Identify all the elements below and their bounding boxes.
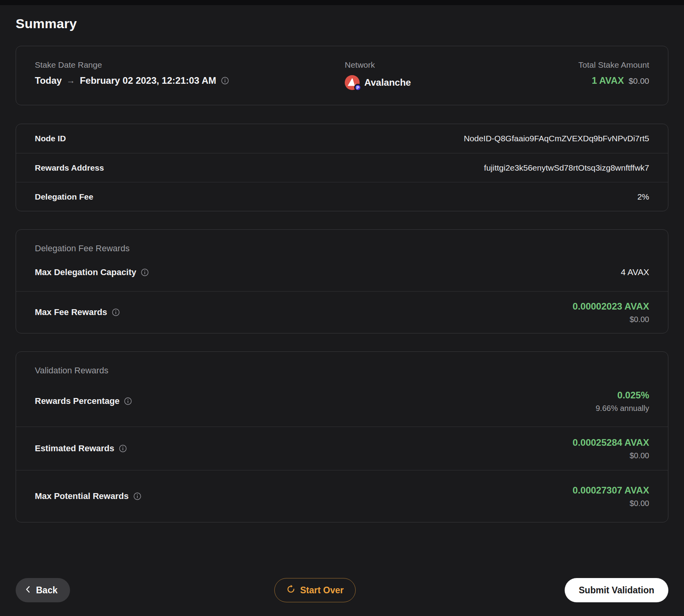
estimated-rewards-label: Estimated Rewards	[35, 443, 114, 454]
row-rewards-percentage: Rewards Percentage 0.025% 9.66% annually	[35, 376, 649, 427]
row-max-fee-rewards: Max Fee Rewards 0.00002023 AVAX $0.00	[35, 292, 649, 333]
row-max-delegation-capacity: Max Delegation Capacity 4 AVAX	[35, 254, 649, 291]
table-row-node-id: Node ID NodeID-Q8Gfaaio9FAqCmZVEXDq9bFvN…	[16, 124, 668, 153]
row-estimated-rewards: Estimated Rewards 0.00025284 AVAX $0.00	[35, 427, 649, 470]
top-edge-bar	[0, 0, 684, 5]
overview-card: Stake Date Range Today → February 02 202…	[16, 46, 668, 105]
max-fee-rewards-value: 0.00002023 AVAX	[572, 301, 649, 312]
node-id-label: Node ID	[35, 134, 66, 143]
rewards-percentage-label: Rewards Percentage	[35, 396, 119, 406]
submit-validation-button-label: Submit Validation	[579, 585, 654, 596]
node-id-value: NodeID-Q8Gfaaio9FAqCmZVEXDq9bFvNPvDi7rt5	[464, 134, 649, 143]
max-fee-rewards-usd: $0.00	[630, 315, 649, 324]
network-block: Network P Avalanche	[345, 60, 578, 90]
total-stake-label: Total Stake Amount	[578, 60, 649, 70]
page-title: Summary	[16, 16, 668, 31]
network-label: Network	[345, 60, 578, 70]
table-row-rewards-address: Rewards Address fujittgi2e3k56enytwSd78r…	[16, 153, 668, 182]
delegation-fee-rewards-card: Delegation Fee Rewards Max Delegation Ca…	[16, 229, 668, 333]
delegation-fee-value: 2%	[637, 192, 649, 202]
max-potential-rewards-info-icon[interactable]	[133, 492, 141, 500]
rewards-percentage-info-icon[interactable]	[124, 397, 132, 405]
refresh-icon	[286, 585, 295, 596]
back-button[interactable]: Back	[16, 578, 70, 602]
stake-date-info-icon[interactable]	[221, 77, 229, 85]
total-stake-usd: $0.00	[628, 76, 649, 86]
estimated-rewards-value: 0.00025284 AVAX	[572, 437, 649, 448]
arrow-right-icon: →	[67, 76, 75, 86]
validation-rewards-card: Validation Rewards Rewards Percentage 0.…	[16, 351, 668, 522]
delegation-fee-rewards-title: Delegation Fee Rewards	[35, 230, 649, 254]
stake-date-from: Today	[35, 75, 62, 86]
back-button-label: Back	[36, 585, 58, 596]
max-delegation-capacity-label: Max Delegation Capacity	[35, 267, 136, 277]
table-row-delegation-fee: Delegation Fee 2%	[16, 182, 668, 211]
stake-date-range-block: Stake Date Range Today → February 02 202…	[35, 60, 345, 86]
p-chain-badge: P	[354, 84, 362, 91]
network-name: Avalanche	[364, 77, 411, 88]
max-potential-rewards-value: 0.00027307 AVAX	[572, 485, 649, 496]
max-potential-rewards-label: Max Potential Rewards	[35, 491, 129, 501]
total-stake-block: Total Stake Amount 1 AVAX $0.00	[578, 60, 649, 86]
validation-rewards-title: Validation Rewards	[35, 352, 649, 376]
stake-date-to: February 02 2023, 12:21:03 AM	[80, 75, 216, 86]
max-delegation-capacity-info-icon[interactable]	[141, 268, 149, 276]
rewards-percentage-value: 0.025%	[617, 390, 649, 401]
rewards-percentage-annual: 9.66% annually	[596, 404, 649, 413]
rewards-address-value: fujittgi2e3k56enytwSd78rtOtsq3izg8wnftff…	[484, 163, 649, 173]
estimated-rewards-info-icon[interactable]	[119, 445, 127, 452]
row-max-potential-rewards: Max Potential Rewards 0.00027307 AVAX $0…	[35, 470, 649, 522]
details-card: Node ID NodeID-Q8Gfaaio9FAqCmZVEXDq9bFvN…	[16, 124, 668, 211]
start-over-button[interactable]: Start Over	[274, 578, 356, 602]
total-stake-amount: 1 AVAX	[592, 75, 624, 86]
max-fee-rewards-label: Max Fee Rewards	[35, 307, 107, 317]
max-delegation-capacity-value: 4 AVAX	[621, 267, 649, 277]
avalanche-icon: P	[345, 75, 360, 90]
max-potential-rewards-usd: $0.00	[630, 499, 649, 508]
start-over-button-label: Start Over	[300, 585, 344, 596]
stake-date-range-label: Stake Date Range	[35, 60, 345, 70]
submit-validation-button[interactable]: Submit Validation	[565, 578, 668, 602]
footer-actions: Back Start Over Submit Validation	[16, 578, 668, 602]
estimated-rewards-usd: $0.00	[630, 451, 649, 460]
rewards-address-label: Rewards Address	[35, 163, 104, 173]
chevron-left-icon	[25, 585, 31, 596]
max-fee-rewards-info-icon[interactable]	[112, 308, 120, 316]
delegation-fee-label: Delegation Fee	[35, 192, 93, 202]
